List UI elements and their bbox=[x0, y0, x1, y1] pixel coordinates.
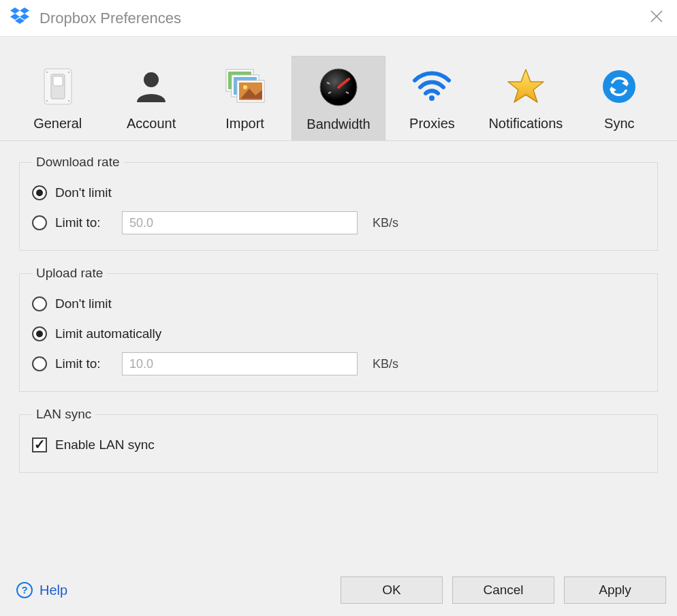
apply-button[interactable]: Apply bbox=[564, 576, 666, 604]
bottom-bar: ? Help OK Cancel Apply bbox=[0, 564, 677, 616]
download-limit-to-label: Limit to: bbox=[55, 215, 114, 230]
download-limit-input[interactable] bbox=[122, 211, 358, 234]
lan-sync-legend: LAN sync bbox=[32, 407, 95, 422]
svg-point-13 bbox=[68, 100, 69, 102]
upload-limit-auto-radio[interactable] bbox=[32, 326, 47, 341]
tab-sync[interactable]: Sync bbox=[573, 56, 666, 140]
download-limit-to-radio[interactable] bbox=[32, 215, 47, 230]
person-icon bbox=[107, 60, 195, 113]
switch-icon bbox=[14, 60, 101, 113]
titlebar: Dropbox Preferences bbox=[0, 0, 677, 37]
svg-point-14 bbox=[144, 72, 159, 87]
tab-account[interactable]: Account bbox=[104, 56, 198, 140]
tab-notifications[interactable]: Notifications bbox=[479, 56, 572, 140]
content-area: Download rate Don't limit Limit to: KB/s… bbox=[0, 141, 677, 473]
download-dont-limit-label: Don't limit bbox=[55, 185, 112, 200]
svg-point-10 bbox=[46, 72, 48, 73]
upload-limit-to-radio[interactable] bbox=[32, 356, 47, 371]
svg-point-21 bbox=[243, 85, 247, 89]
lan-sync-label: Enable LAN sync bbox=[55, 437, 155, 452]
photos-icon bbox=[201, 60, 289, 113]
upload-limit-to-label: Limit to: bbox=[55, 356, 114, 371]
upload-dont-limit-radio[interactable] bbox=[32, 296, 47, 311]
svg-text:?: ? bbox=[21, 584, 27, 596]
upload-limit-auto-label: Limit automatically bbox=[55, 326, 161, 341]
help-label: Help bbox=[40, 583, 67, 598]
lan-sync-checkbox[interactable] bbox=[32, 437, 47, 452]
ok-button[interactable]: OK bbox=[341, 576, 443, 604]
upload-rate-legend: Upload rate bbox=[32, 266, 107, 281]
download-unit: KB/s bbox=[373, 216, 398, 230]
lan-sync-group: LAN sync Enable LAN sync bbox=[19, 407, 658, 473]
help-link[interactable]: ? Help bbox=[16, 582, 67, 598]
tab-proxies[interactable]: Proxies bbox=[385, 56, 479, 140]
upload-unit: KB/s bbox=[373, 357, 398, 371]
svg-point-12 bbox=[46, 100, 48, 102]
dropbox-logo-icon bbox=[10, 7, 30, 29]
tab-bar: General Account Import bbox=[0, 56, 677, 141]
star-icon bbox=[482, 60, 569, 113]
sync-icon bbox=[576, 60, 663, 113]
wifi-icon bbox=[388, 60, 476, 113]
svg-point-28 bbox=[429, 95, 435, 101]
svg-marker-0 bbox=[10, 7, 20, 14]
close-icon bbox=[650, 10, 663, 23]
tab-general[interactable]: General bbox=[11, 56, 104, 140]
download-dont-limit-radio[interactable] bbox=[32, 185, 47, 200]
tab-label: General bbox=[14, 116, 101, 132]
gauge-icon bbox=[295, 61, 381, 114]
svg-point-29 bbox=[603, 70, 635, 103]
tab-label: Account bbox=[107, 116, 195, 132]
help-icon: ? bbox=[16, 582, 33, 598]
svg-rect-9 bbox=[53, 76, 63, 86]
tab-import[interactable]: Import bbox=[198, 56, 292, 140]
svg-point-11 bbox=[68, 72, 69, 73]
upload-rate-group: Upload rate Don't limit Limit automatica… bbox=[19, 266, 658, 392]
cancel-button[interactable]: Cancel bbox=[452, 576, 554, 604]
download-rate-legend: Download rate bbox=[32, 155, 124, 170]
tab-label: Notifications bbox=[482, 116, 569, 132]
close-button[interactable] bbox=[646, 5, 667, 31]
upload-dont-limit-label: Don't limit bbox=[55, 296, 112, 311]
window-title: Dropbox Preferences bbox=[40, 10, 646, 27]
tab-label: Proxies bbox=[388, 116, 476, 132]
tab-label: Import bbox=[201, 116, 289, 132]
svg-marker-1 bbox=[20, 7, 29, 14]
upload-limit-input[interactable] bbox=[122, 352, 358, 375]
tab-bandwidth[interactable]: Bandwidth bbox=[292, 56, 385, 140]
tab-label: Sync bbox=[576, 116, 663, 132]
tab-label: Bandwidth bbox=[295, 117, 381, 132]
download-rate-group: Download rate Don't limit Limit to: KB/s bbox=[19, 155, 658, 251]
